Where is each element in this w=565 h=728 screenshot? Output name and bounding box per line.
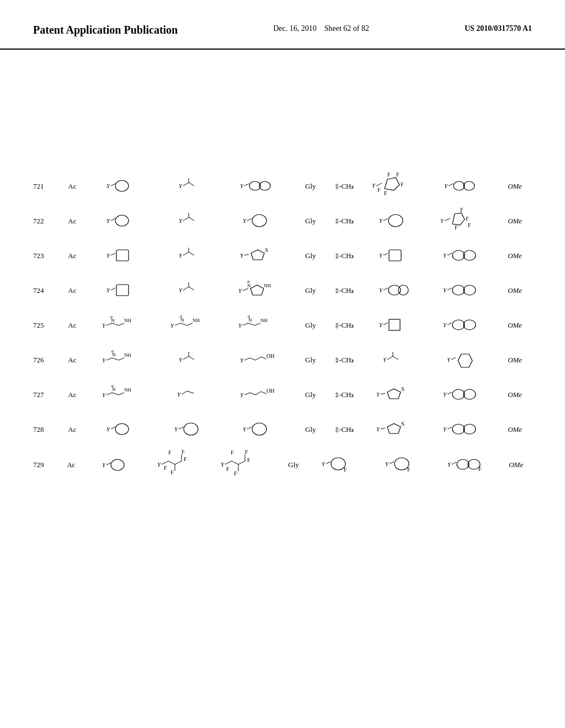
svg-line-28 <box>189 217 194 221</box>
table-row: 728 Ac Y Y Y <box>33 414 532 445</box>
r7-label: OMe <box>500 461 532 469</box>
r7-label: OMe <box>498 321 532 330</box>
svg-text:F: F <box>245 449 248 455</box>
structure-col1: Y N a NH <box>89 347 157 373</box>
svg-text:Y: Y <box>179 183 183 189</box>
r1-label: Ac <box>55 425 89 434</box>
svg-line-84 <box>112 323 119 325</box>
structure-col7: Y <box>430 277 498 304</box>
r1-label: Ac <box>55 217 89 226</box>
svg-point-76 <box>388 285 401 295</box>
svg-text:Y: Y <box>443 426 447 432</box>
svg-text:Y: Y <box>102 392 106 398</box>
svg-marker-13 <box>385 178 399 190</box>
svg-text:F: F <box>468 222 471 228</box>
svg-line-176 <box>106 463 111 465</box>
page-header: Patent Application Publication Dec. 16, … <box>0 0 565 50</box>
structure-col3: Y OH <box>226 347 294 373</box>
r4-label: Gly <box>294 217 328 226</box>
svg-line-190 <box>225 461 232 464</box>
svg-marker-152 <box>387 389 401 399</box>
svg-text:F: F <box>460 207 463 213</box>
svg-line-83 <box>106 323 112 325</box>
compound-number: 722 <box>33 217 55 226</box>
svg-line-12 <box>376 183 382 186</box>
svg-line-107 <box>447 323 452 325</box>
structure-col6: Y S <box>361 382 429 407</box>
svg-text:Y: Y <box>102 462 106 468</box>
r7-label: OMe <box>498 182 532 191</box>
svg-line-4 <box>183 183 189 186</box>
svg-line-179 <box>162 461 168 464</box>
patent-number: US 2010/0317570 A1 <box>465 22 532 33</box>
structure-col6: Y <box>361 313 429 338</box>
svg-line-180 <box>168 461 175 464</box>
r1-label: Ac <box>55 251 89 260</box>
svg-line-205 <box>390 462 394 464</box>
table-row: 722 Ac Y Y Y <box>33 206 532 236</box>
compound-number: 721 <box>33 182 55 191</box>
svg-rect-45 <box>116 250 129 261</box>
r7-label: OMe <box>498 251 532 260</box>
r7-label: OMe <box>498 217 532 226</box>
svg-rect-56 <box>389 250 401 261</box>
svg-line-99 <box>255 323 260 325</box>
svg-text:F: F <box>170 469 174 475</box>
svg-text:Y: Y <box>447 356 451 363</box>
r1-label: Ac <box>55 356 89 365</box>
svg-text:Y: Y <box>240 392 244 398</box>
svg-line-151 <box>381 393 385 394</box>
structure-col2: Y <box>157 278 225 303</box>
svg-line-181 <box>175 461 182 464</box>
svg-line-92 <box>187 323 193 325</box>
svg-text:Y: Y <box>106 426 111 432</box>
r4-label: Gly <box>294 425 328 434</box>
r5-label: ‡-CH₃ <box>328 390 362 399</box>
svg-line-97 <box>243 323 248 325</box>
table-row: 724 Ac Y Y Y <box>33 275 532 306</box>
svg-text:OH: OH <box>266 388 274 394</box>
svg-text:F: F <box>182 449 185 455</box>
r4-label: Gly <box>294 251 328 260</box>
table-row: 729 Ac Y Y F F <box>33 449 532 481</box>
svg-text:S: S <box>265 247 268 253</box>
svg-text:Y: Y <box>179 217 183 224</box>
compound-number: 727 <box>33 390 55 399</box>
r5-label: ‡-CH₃ <box>328 321 362 330</box>
compound-table: 721 Ac Y Y <box>33 171 532 481</box>
svg-text:F: F <box>164 465 167 471</box>
svg-rect-105 <box>389 319 400 330</box>
structure-col2: Y <box>157 382 225 407</box>
svg-text:NH: NH <box>264 283 271 288</box>
svg-line-147 <box>255 392 261 395</box>
svg-rect-63 <box>116 285 129 296</box>
publication-title: Patent Application Publication <box>33 22 178 38</box>
svg-text:Y: Y <box>221 461 225 468</box>
svg-text:F: F <box>478 466 482 472</box>
structure-col3: Y <box>226 174 294 199</box>
structure-col2: Y <box>157 208 225 233</box>
svg-text:F: F <box>407 467 411 473</box>
svg-text:F: F <box>401 181 404 188</box>
svg-point-174 <box>463 424 476 434</box>
structure-col2: Y <box>157 347 225 372</box>
svg-text:F: F <box>234 470 237 477</box>
svg-text:Y: Y <box>379 252 383 259</box>
svg-marker-133 <box>458 354 472 367</box>
structure-col7: Y <box>430 174 498 199</box>
compound-number: 723 <box>33 251 55 260</box>
svg-line-136 <box>112 393 119 395</box>
structure-col6: Y F F F F F <box>361 171 429 201</box>
structure-col2: Y <box>157 417 225 442</box>
structure-col5: Y F <box>310 452 373 478</box>
structure-col7: Y <box>430 381 498 409</box>
svg-line-34 <box>383 218 388 221</box>
structure-col3: Y N a NH <box>226 312 294 339</box>
svg-marker-169 <box>387 424 401 433</box>
structure-col7: Y F <box>436 451 500 479</box>
svg-line-191 <box>232 461 238 464</box>
structure-col6: Y F <box>373 452 436 478</box>
r4-label: Gly <box>294 390 328 399</box>
svg-text:Y: Y <box>440 217 445 224</box>
structure-col6: Y <box>361 347 429 372</box>
